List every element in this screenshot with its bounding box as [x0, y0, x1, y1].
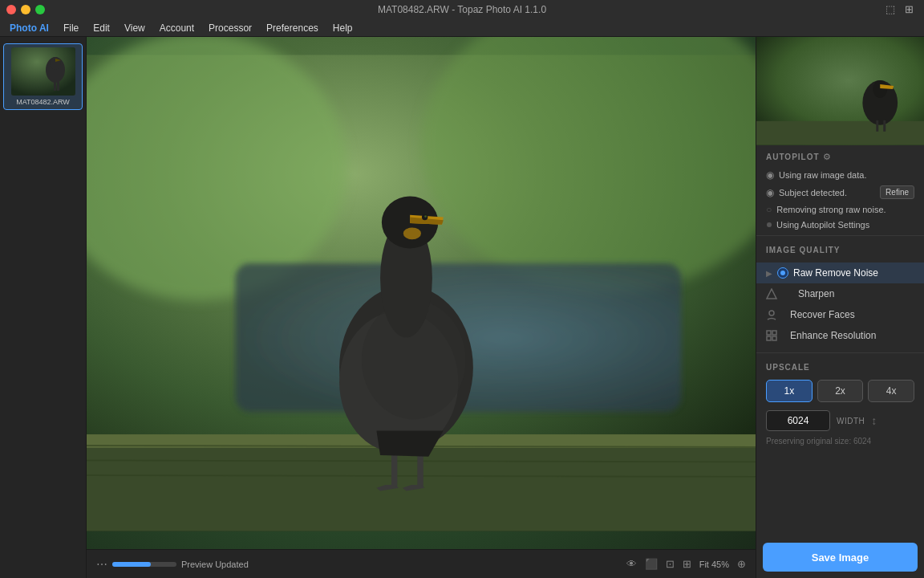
- menu-edit[interactable]: Edit: [87, 21, 116, 35]
- main-image[interactable]: [87, 37, 756, 549]
- autopilot-title: AUTOPILOT: [766, 153, 820, 161]
- options-icon[interactable]: ⋯: [96, 558, 107, 571]
- recover-faces-icon: [766, 309, 777, 320]
- menu-account[interactable]: Account: [153, 21, 201, 35]
- bottom-bar-left: ⋯ Preview Updated: [96, 558, 249, 571]
- svg-rect-31: [756, 121, 924, 145]
- check-icon-2: ◉: [766, 187, 774, 198]
- panel-scroll[interactable]: AUTOPILOT ⚙ ◉ Using raw image data. ◉ Su…: [756, 145, 924, 536]
- svg-rect-36: [883, 120, 886, 132]
- autopilot-item-3: ○ Removing strong raw noise.: [756, 201, 924, 218]
- autopilot-gear-icon[interactable]: ⚙: [823, 152, 831, 162]
- autopilot-text-1: Using raw image data.: [779, 170, 914, 180]
- autopilot-text-2: Subject detected.: [779, 188, 875, 197]
- svg-point-39: [769, 311, 774, 315]
- svg-point-33: [873, 80, 887, 98]
- menu-processor[interactable]: Processor: [202, 21, 258, 35]
- svg-rect-41: [772, 331, 776, 335]
- menu-file[interactable]: File: [57, 21, 85, 35]
- svg-point-23: [424, 215, 427, 218]
- canvas-area: ⋯ Preview Updated 👁 ⬛ ⊡ ⊞ Fit 45% ⊕: [87, 37, 756, 578]
- quality-recover-faces[interactable]: Recover Faces: [756, 304, 924, 325]
- preview-thumb-bg: [756, 37, 924, 145]
- close-button[interactable]: [6, 5, 16, 14]
- progress-bar: [112, 562, 176, 567]
- svg-rect-40: [767, 331, 771, 335]
- upscale-2x[interactable]: 2x: [817, 380, 864, 402]
- divider-2: [756, 352, 924, 353]
- upscale-1x[interactable]: 1x: [766, 380, 813, 402]
- zoom-icon[interactable]: ⊕: [737, 558, 746, 570]
- menu-view[interactable]: View: [118, 21, 152, 35]
- autopilot-item-1: ◉ Using raw image data.: [756, 167, 924, 183]
- divider-1: [756, 235, 924, 236]
- preview-status: Preview Updated: [181, 560, 249, 569]
- titlebar-controls: ⬚ ⊞: [886, 3, 918, 16]
- width-input[interactable]: [766, 410, 830, 431]
- circle-icon-3: ○: [766, 204, 772, 215]
- svg-rect-0: [11, 47, 75, 96]
- minimize-button[interactable]: [21, 5, 30, 14]
- bottom-bar-right: 👁 ⬛ ⊡ ⊞ Fit 45% ⊕: [626, 558, 746, 570]
- app-layout: MAT08482.ARW: [0, 37, 924, 578]
- menu-preferences[interactable]: Preferences: [260, 21, 325, 35]
- upscale-title: UPSCALE: [766, 363, 810, 372]
- quality-enhance-resolution[interactable]: Enhance Resolution: [756, 325, 924, 346]
- raw-noise-icon: [777, 267, 788, 279]
- fit-label: Fit 45%: [699, 560, 729, 569]
- bottom-bar: ⋯ Preview Updated 👁 ⬛ ⊡ ⊞ Fit 45% ⊕: [87, 549, 756, 578]
- chevron-icon: ▶: [766, 269, 772, 278]
- refine-button[interactable]: Refine: [880, 185, 914, 199]
- image-icon[interactable]: ⬛: [645, 558, 658, 570]
- autopilot-text-4: Using Autopilot Settings: [776, 220, 914, 230]
- screen-icon[interactable]: ⬚: [886, 3, 898, 16]
- sidebar-left: MAT08482.ARW: [0, 37, 87, 578]
- menubar: Photo AI File Edit View Account Processo…: [0, 19, 924, 37]
- menu-help[interactable]: Help: [326, 21, 359, 35]
- quality-section: ▶ Raw Remove Noise Sharpen: [756, 259, 924, 349]
- recover-faces-label: Recover Faces: [790, 309, 914, 320]
- autopilot-item-2: ◉ Subject detected. Refine: [756, 183, 924, 201]
- autopilot-item-4: Using Autopilot Settings: [756, 218, 924, 232]
- upscale-buttons: 1x 2x 4x: [756, 377, 924, 409]
- width-label: WIDTH: [837, 417, 865, 425]
- image-quality-title: IMAGE QUALITY: [766, 246, 840, 254]
- thumbnail-image: [11, 47, 75, 96]
- svg-rect-35: [876, 120, 878, 132]
- svg-rect-5: [57, 78, 59, 91]
- raw-noise-label: Raw Remove Noise: [793, 267, 914, 279]
- traffic-lights[interactable]: [6, 5, 45, 14]
- window-title: MAT08482.ARW - Topaz Photo AI 1.1.0: [378, 4, 546, 15]
- image-background: [87, 37, 756, 549]
- dot-icon-4: [767, 222, 772, 227]
- grid-icon[interactable]: ⊞: [905, 3, 918, 16]
- svg-rect-43: [772, 336, 776, 340]
- sharpen-label: Sharpen: [798, 288, 914, 299]
- progress-fill: [112, 562, 151, 567]
- file-thumbnail[interactable]: MAT08482.ARW: [3, 43, 83, 110]
- svg-rect-4: [54, 78, 56, 91]
- file-label: MAT08482.ARW: [16, 98, 70, 106]
- svg-marker-38: [767, 289, 776, 299]
- preserving-text: Preserving original size: 6024: [756, 434, 924, 454]
- panel-right: AUTOPILOT ⚙ ◉ Using raw image data. ◉ Su…: [756, 37, 924, 578]
- sharpen-icon: [766, 288, 777, 299]
- crop-icon[interactable]: ⊡: [666, 558, 675, 570]
- enhance-resolution-label: Enhance Resolution: [790, 330, 914, 341]
- autopilot-text-3: Removing strong raw noise.: [776, 205, 914, 214]
- titlebar: MAT08482.ARW - Topaz Photo AI 1.1.0 ⬚ ⊞: [0, 0, 924, 19]
- svg-point-37: [780, 271, 785, 275]
- maximize-button[interactable]: [35, 5, 45, 14]
- svg-rect-42: [767, 336, 771, 340]
- split-icon[interactable]: ⊞: [683, 558, 691, 570]
- app-brand[interactable]: Photo AI: [3, 22, 55, 34]
- upscale-header: UPSCALE: [756, 356, 924, 377]
- quality-raw-remove-noise[interactable]: ▶ Raw Remove Noise: [756, 263, 924, 283]
- save-image-button[interactable]: Save Image: [763, 543, 918, 572]
- eye-icon[interactable]: 👁: [626, 558, 637, 570]
- svg-point-24: [403, 227, 421, 239]
- width-arrow-icon[interactable]: ↕: [871, 414, 877, 427]
- preview-thumbnail: [756, 37, 924, 145]
- upscale-4x[interactable]: 4x: [868, 380, 914, 402]
- quality-sharpen[interactable]: Sharpen: [756, 283, 924, 304]
